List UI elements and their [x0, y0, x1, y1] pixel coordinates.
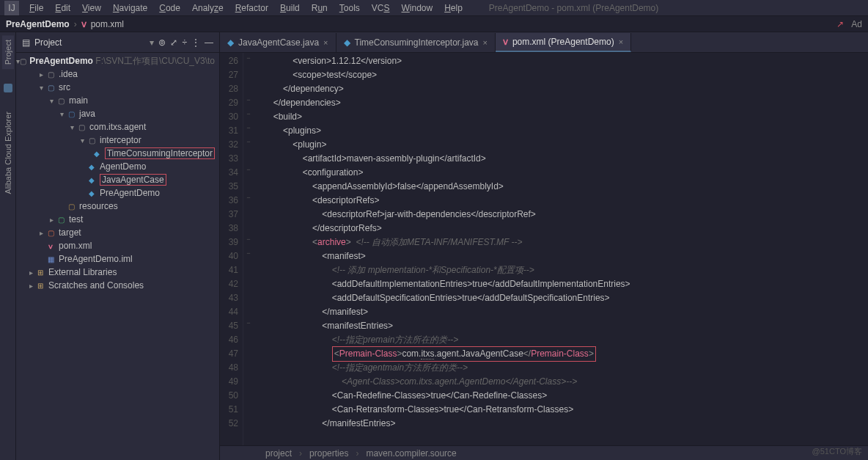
tab-javaagentcase[interactable]: ◆JavaAgentCase.java× — [220, 33, 336, 52]
menu-help[interactable]: Help — [438, 3, 468, 13]
code-content[interactable]: <version>1.12.12</version> <scope>test</… — [254, 53, 868, 445]
watermark: @51CTO博客 — [812, 446, 862, 457]
fold-gutter[interactable]: −−−−−−−−−− — [243, 53, 254, 445]
menu-navigate[interactable]: Navigate — [107, 3, 153, 13]
tree-ext: ▸⊞External Libraries — [16, 266, 219, 279]
tree-iml: ▦PreAgentDemo.iml — [16, 252, 219, 266]
project-panel: ▤ Project ▾ ⊚ ⤢ ÷ ⋮ — ▾▢PreAgentDemo F:\… — [16, 32, 220, 460]
panel-title[interactable]: Project — [34, 37, 145, 48]
tree-agentdemo: ◆AgentDemo — [16, 160, 219, 173]
tree-scratch: ▸⊞Scratches and Consoles — [16, 279, 219, 292]
maven-icon: ⅴ — [81, 19, 87, 29]
menu-view[interactable]: View — [76, 3, 107, 13]
right-text: Ad — [851, 19, 862, 29]
breadcrumb-file[interactable]: pom.xml — [91, 19, 124, 29]
menu-build[interactable]: Build — [274, 3, 306, 13]
maven-icon: ⅴ — [503, 37, 508, 47]
menu-file[interactable]: File — [23, 3, 49, 13]
tree-target: ▸▢target — [16, 226, 219, 239]
tree-jac: ◆JavaAgentCase — [16, 173, 219, 186]
editor: ◆JavaAgentCase.java× ◆TimeConsumingInter… — [220, 32, 868, 460]
tab-pom[interactable]: ⅴpom.xml (PreAgentDemo)× — [496, 33, 631, 52]
menu-vcs[interactable]: VCS — [366, 3, 396, 13]
expand-icon[interactable]: ⤢ — [170, 37, 177, 48]
menubar: IJ File Edit View Navigate Code Analyze … — [0, 0, 868, 16]
code-area[interactable]: 2627282930313233343536373839404142434445… — [220, 53, 868, 445]
app-icon: IJ — [4, 1, 19, 15]
sidebar-tool-buttons: Project Alibaba Cloud Explorer — [0, 32, 16, 460]
tree-pad: ◆PreAgentDemo — [16, 186, 219, 200]
tree-test: ▸▢test — [16, 213, 219, 226]
crumb-properties[interactable]: properties — [309, 448, 348, 459]
class-icon: ◆ — [344, 37, 350, 48]
settings-icon[interactable]: ⋮ — [191, 37, 200, 48]
close-icon[interactable]: × — [482, 38, 487, 47]
tree-idea: ▸▢.idea — [16, 67, 219, 81]
close-icon[interactable]: × — [619, 37, 623, 46]
editor-tabs: ◆JavaAgentCase.java× ◆TimeConsumingInter… — [220, 32, 868, 53]
menu-refactor[interactable]: Refactor — [229, 3, 274, 13]
menu-window[interactable]: Window — [395, 3, 438, 13]
cloud-icon — [4, 84, 12, 92]
close-icon[interactable]: × — [323, 38, 328, 47]
menu-edit[interactable]: Edit — [49, 3, 76, 13]
crumb-project[interactable]: project — [265, 448, 292, 459]
tree-pom: ⅴpom.xml — [16, 239, 219, 252]
tree-tci: ◆TimeConsumingInterceptor — [16, 147, 219, 160]
tree-resources: ▢resources — [16, 200, 219, 213]
tree-java: ▾▢java — [16, 107, 219, 120]
tree-main: ▾▢main — [16, 94, 219, 107]
project-tree[interactable]: ▾▢PreAgentDemo F:\SVN工作项目\CU\CU_V3\to ▸▢… — [16, 53, 219, 460]
tab-timeconsuming[interactable]: ◆TimeConsumingInterceptor.java× — [336, 33, 496, 52]
run-arrow-icon[interactable]: ↗ — [836, 19, 844, 29]
tree-interceptor: ▾▢interceptor — [16, 134, 219, 147]
sidebar-tab-alibaba[interactable]: Alibaba Cloud Explorer — [2, 107, 14, 199]
menu-run[interactable]: Run — [306, 3, 334, 13]
line-gutter: 2627282930313233343536373839404142434445… — [220, 53, 243, 445]
hide-icon[interactable]: — — [205, 37, 213, 48]
bottom-breadcrumb: project › properties › maven.compiler.so… — [220, 445, 868, 460]
target-icon[interactable]: ⊚ — [158, 37, 166, 48]
menu-analyze[interactable]: Analyze — [186, 3, 229, 13]
breadcrumb-project[interactable]: PreAgentDemo — [6, 19, 70, 29]
class-icon: ◆ — [227, 37, 234, 48]
menu-code[interactable]: Code — [153, 3, 186, 13]
project-view-icon: ▤ — [22, 37, 30, 48]
tree-pkg: ▾▢com.itxs.agent — [16, 120, 219, 134]
breadcrumb-bar: PreAgentDemo › ⅴ pom.xml ↗ Ad — [0, 16, 868, 32]
collapse-icon[interactable]: ÷ — [182, 37, 187, 48]
menu-tools[interactable]: Tools — [334, 3, 366, 13]
window-title: PreAgentDemo - pom.xml (PreAgentDemo) — [483, 3, 664, 13]
crumb-source[interactable]: maven.compiler.source — [366, 448, 456, 459]
project-panel-header: ▤ Project ▾ ⊚ ⤢ ÷ ⋮ — — [16, 32, 219, 53]
sidebar-tab-project[interactable]: Project — [2, 35, 14, 69]
panel-dropdown-icon[interactable]: ▾ — [150, 37, 154, 48]
tree-src: ▾▢src — [16, 81, 219, 94]
